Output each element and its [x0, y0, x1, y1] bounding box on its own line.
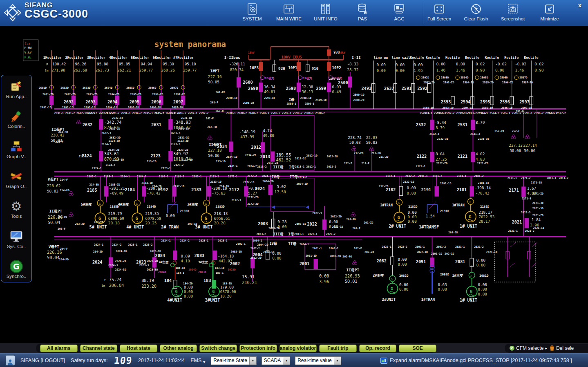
- svg-text:2091D: 2091D: [440, 273, 449, 276]
- delete-selected-button[interactable]: Del sele: [550, 345, 574, 351]
- sidebar-item-sys-config[interactable]: Sys. Co..: [1, 229, 31, 249]
- user-avatar[interactable]: [6, 356, 15, 365]
- svg-text:0.98: 0.98: [534, 68, 543, 72]
- svg-text:261.73: 261.73: [95, 68, 109, 72]
- svg-text:201-F: 201-F: [352, 227, 360, 230]
- svg-text:2024: 2024: [255, 186, 265, 191]
- tab-analog-violation[interactable]: analog violation: [279, 345, 317, 352]
- svg-text:2191: 2191: [421, 188, 431, 192]
- svg-text:-8.33: -8.33: [347, 62, 358, 66]
- svg-text:4.02: 4.02: [476, 152, 485, 156]
- svg-text:2123: 2123: [150, 154, 160, 158]
- tab-fault-trip[interactable]: Fault trip: [319, 345, 357, 352]
- clear-flash-button[interactable]: Clear Flash: [458, 1, 494, 25]
- svg-text:2595D: 2595D: [480, 76, 488, 80]
- svg-text:G: G: [397, 215, 400, 220]
- svg-text:2013: 2013: [260, 154, 270, 159]
- svg-text:2696-ZD: 2696-ZD: [152, 93, 163, 96]
- tab-switch-change[interactable]: Switch change: [199, 345, 237, 352]
- tab-op-record[interactable]: Op. record: [359, 345, 397, 352]
- ems-selector[interactable]: EMS ▼: [190, 357, 206, 364]
- svg-text:2172-ZD: 2172-ZD: [247, 196, 258, 199]
- tab-host-state[interactable]: Host state: [120, 345, 157, 352]
- svg-text:F:Hz: F:Hz: [25, 56, 32, 59]
- svg-text:2631-ZD: 2631-ZD: [178, 127, 189, 130]
- svg-text:2181-1: 2181-1: [457, 175, 466, 178]
- state-dropdown[interactable]: Real-time State ▾: [211, 356, 257, 365]
- system-button[interactable]: SYSTEM: [234, 1, 271, 25]
- value-type-dropdown[interactable]: Real-time value ▾: [295, 356, 341, 365]
- sidebar-item-tools[interactable]: ⚙ Tools: [1, 199, 31, 219]
- sidebar-item-graph-view[interactable]: Graph V..: [1, 139, 31, 159]
- svg-text:2004: 2004: [253, 253, 262, 257]
- svg-text:-198.14: -198.14: [475, 186, 491, 190]
- svg-text:930: 930: [333, 50, 340, 54]
- alarm-tab-strip: All alarms Channel state Host state Othe…: [0, 343, 588, 353]
- svg-text:2185-2: 2185-2: [104, 175, 113, 178]
- svg-text:2691-ZD: 2691-ZD: [42, 93, 54, 96]
- svg-text:2123-3: 2123-3: [170, 143, 180, 146]
- svg-text:183-1: 183-1: [216, 271, 224, 275]
- svg-text:96.26: 96.26: [75, 62, 86, 66]
- svg-text:2003-1D: 2003-1D: [295, 222, 306, 226]
- svg-text:P: P: [46, 63, 48, 66]
- svg-text:0.00: 0.00: [272, 256, 281, 260]
- tab-protection-info[interactable]: Protection info: [239, 345, 277, 352]
- svg-text:2596D: 2596D: [500, 76, 508, 80]
- run-app-icon: [10, 79, 23, 94]
- tab-all-alarms[interactable]: All alarms: [40, 345, 78, 352]
- alarm-message[interactable]: Expand alarmDMSKAIFAnode.gci PROCESS_STO…: [380, 358, 572, 364]
- diagram-canvas[interactable]: △△△△△△△GGGGGGGGGsystem panoramaI:aP:MWV:…: [0, 26, 588, 343]
- close-button[interactable]: x: [578, 2, 581, 9]
- svg-text:3# UNIT: 3# UNIT: [195, 225, 213, 229]
- svg-text:2593-1D: 2593-1D: [443, 106, 454, 110]
- svg-text:2#TRAN: 2#TRAN: [380, 203, 393, 207]
- unit-info-button[interactable]: UNIT INFO: [307, 1, 344, 25]
- tab-other-analog[interactable]: Other analog: [160, 345, 197, 352]
- svg-text:2021-3D: 2021-3D: [532, 207, 543, 210]
- svg-text:1.54: 1.54: [426, 214, 435, 218]
- logout-link[interactable]: SIFANG [LOGOUT]: [20, 358, 65, 363]
- svg-text:2531-1: 2531-1: [461, 112, 470, 115]
- sidebar-item-synchro[interactable]: G Synchro..: [1, 259, 31, 279]
- cfm-selected-button[interactable]: ✓ CFM selecte ▸: [510, 345, 547, 351]
- svg-text:10P2: 10P2: [332, 65, 341, 70]
- svg-text:214-1D: 214-1D: [219, 185, 229, 188]
- alarm-tabs: All alarms Channel state Host state Othe…: [36, 344, 436, 353]
- svg-text:2694D: 2694D: [105, 86, 113, 90]
- agc-button[interactable]: AGC: [381, 1, 418, 25]
- svg-text:3#主变: 3#主变: [198, 260, 208, 264]
- svg-text:2531-2: 2531-2: [477, 112, 487, 115]
- svg-text:1023D: 1023D: [228, 268, 236, 271]
- svg-text:2191-2: 2191-2: [433, 175, 442, 178]
- sifang-logo-icon: [4, 4, 21, 22]
- svg-text:204-PD: 204-PD: [59, 258, 69, 261]
- svg-text:4#主变: 4#主变: [159, 260, 169, 264]
- full-screen-button[interactable]: Full Screen: [421, 1, 458, 25]
- sidebar-item-graph-op[interactable]: Graph O..: [1, 169, 31, 189]
- svg-text:10kV IBUS: 10kV IBUS: [282, 55, 302, 59]
- svg-text:2695-1D: 2695-1D: [128, 106, 139, 109]
- svg-text:2023-3D: 2023-3D: [147, 268, 158, 271]
- svg-text:49.80: 49.80: [263, 133, 274, 138]
- svg-text:-348.93: -348.93: [173, 121, 191, 125]
- unit-info-icon: [320, 3, 332, 15]
- tab-soe[interactable]: SOE: [399, 345, 436, 352]
- svg-text:3.96: 3.96: [319, 280, 329, 284]
- svg-text:0.89: 0.89: [181, 254, 190, 258]
- tab-channel-state[interactable]: Channel state: [80, 345, 118, 352]
- main-wire-button[interactable]: MAIN WIRE: [271, 1, 307, 25]
- scada-dropdown[interactable]: SCADA ▾: [262, 356, 290, 365]
- sidebar-item-coloring[interactable]: Colorin..: [1, 109, 31, 129]
- sidebar-item-run-app[interactable]: Run App..: [1, 79, 31, 99]
- svg-text:50.03: 50.03: [47, 189, 58, 193]
- pas-button[interactable]: PAS: [344, 1, 381, 25]
- svg-text:G: G: [98, 216, 101, 221]
- svg-text:2192: 2192: [158, 188, 168, 192]
- minimize-button[interactable]: Minimize: [531, 1, 568, 25]
- svg-text:2084D: 2084D: [158, 271, 166, 274]
- svg-text:2596: 2596: [500, 100, 510, 104]
- svg-text:203-1D: 203-1D: [188, 222, 197, 226]
- screenshot-button[interactable]: Screenshot: [494, 1, 531, 25]
- svg-text:G: G: [391, 286, 393, 291]
